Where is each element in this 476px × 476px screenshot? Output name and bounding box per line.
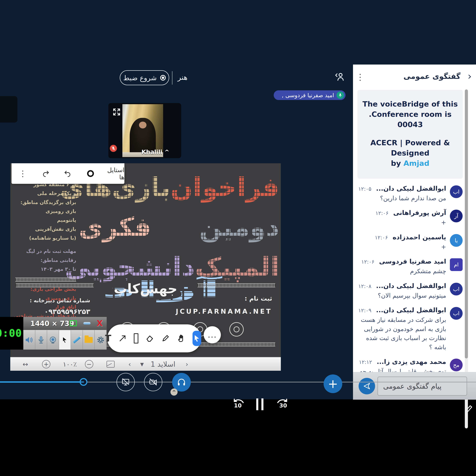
recorder-webcam-icon[interactable] [47,330,59,350]
whiteboard-styles-bar: ⋮ استایل ها [12,163,124,184]
message-author: ابوالفضل لبیکی دان... [376,306,446,314]
poster-headline-row: دومین فکری [79,214,279,240]
poster-register-url: JCUP.FARNAMA.NET [176,307,272,315]
poster-logo [229,322,244,337]
forward-30-button[interactable]: 30 [275,397,289,411]
arrow-tool-icon[interactable] [118,334,127,343]
recorder-toolbar [23,330,107,350]
whiteboard-toolbar: T [107,324,201,352]
poster-word-right: فراخوان [170,174,279,200]
recorder-timer-panel: 0:00 [0,317,23,350]
poster-word-right: المپیک [195,254,279,280]
mic-muted-icon [110,145,117,152]
eraser-tool-icon[interactable] [145,334,154,343]
recorder-folder-icon[interactable] [83,330,95,350]
message-time: ۱۲:۱۲ [359,359,372,365]
webcam-tile[interactable]: Khalili ^ [108,103,181,158]
message-time: ۱۲:۰۸ [358,283,372,289]
poster-side-line: برای برگزیدگان مناطق: [13,198,76,207]
actions-plus-button[interactable]: + [323,374,342,393]
chat-message: مح محمد مهدی یزدی زا... ۱۲:۱۲ توی بخش رق… [357,358,463,372]
rewind-10-button[interactable]: 10 [231,397,245,411]
talking-mic-icon [337,91,344,99]
chat-messages: The voiceBridge of this .Conference room… [357,88,463,372]
chat-collapse-icon[interactable]: › [468,65,472,88]
whiteboard-more-button[interactable]: ... [204,326,221,343]
poster-side-line: (با سناریو شاهنامه) [13,234,76,242]
avatar: آر [450,210,463,222]
pause-button[interactable] [256,398,266,410]
undo-icon[interactable] [57,170,79,178]
record-icon [160,75,166,81]
audio-options-chevron[interactable]: ^ [170,389,178,396]
chat-message: اب ابوالفضل لبیکی دان... ۱۲:۰۵ من صدا ند… [357,185,463,203]
top-divider [172,71,172,85]
chat-scrollbar-thumb[interactable] [465,89,468,358]
styles-label[interactable]: استایل ها [102,166,124,181]
message-author: محمد مهدی یزدی زا... [377,358,446,365]
poster-word-left: دانشجویی [65,254,195,280]
public-chat-panel: گفتگوی عمومی › ⋮ The voiceBridge of this… [353,65,476,400]
recorder-cursor-icon[interactable] [59,330,71,350]
recorder-microphone-icon[interactable] [35,330,47,350]
webcam-user-label[interactable]: Khalili ^ [141,149,169,155]
recorder-region-button[interactable] [68,318,78,328]
send-message-button[interactable] [358,378,375,394]
next-slide-button[interactable]: › [181,357,193,371]
message-time: ۱۲:۰۶ [361,259,374,265]
snapshot-icon[interactable] [103,357,118,371]
poster-register-block: ثبت نام : JCUP.FARNAMA.NET [176,295,272,315]
poster-word-right: دومین [199,214,279,240]
hand-tool-icon[interactable] [177,334,186,343]
participants-toggle-icon[interactable] [334,71,345,83]
fit-width-icon[interactable]: ↔ [18,357,32,371]
poster-headline-rows: فراخوان بازی‌های دومین فکری المپیک دانشج… [79,174,279,294]
fullscreen-icon[interactable] [112,107,121,117]
recorder-speaker-icon[interactable] [23,330,35,350]
chat-header: گفتگوی عمومی › ⋮ [353,65,476,88]
zoom-in-button[interactable]: + [39,357,53,371]
recorder-settings-icon[interactable] [95,330,107,350]
message-text: چشم متشکرم [357,267,446,276]
previous-slide-button[interactable]: ‹ [123,357,136,371]
chat-message: ام امید صفرنیا فردوسی ۱۲:۰۶ چشم متشکرم [357,258,463,276]
whiteboard-menu-icon[interactable]: ⋮ [12,169,34,178]
seekbar-progress[interactable] [0,381,84,383]
rectangle-tool-icon[interactable] [134,333,138,343]
chat-options-icon[interactable]: ⋮ [356,65,364,89]
recorder-close-button[interactable]: X [95,318,105,328]
cursor-tool-selected[interactable] [192,331,201,346]
message-author: ابوالفضل لبیکی دان... [376,185,446,192]
poster-side-line: پانتومیم [13,216,76,224]
message-text: میتونیم سوال بپرسیم الان؟ [357,291,446,300]
start-recording-button[interactable]: شروع ضبط [120,70,169,85]
chat-message: یا یاسمین احمدزاده ۱۲:۰۶ + [357,233,463,252]
recorder-pencil-icon[interactable] [71,330,83,350]
chat-welcome-message: The voiceBridge of this .Conference room… [358,90,463,179]
talking-indicator[interactable]: امید صفرنیا فردوسی , [274,90,345,100]
text-tool-icon[interactable]: T [105,333,111,344]
slide-selector[interactable]: اسلاید 1 [146,357,180,371]
chat-message: اب ابوالفضل لبیکی دان... ۱۲:۰۹ برای شرکت… [357,306,463,352]
zoom-level[interactable]: ۱۰۰٪ [60,357,80,371]
avatar: ام [450,258,463,271]
recorder-minimize-button[interactable] [82,318,92,328]
screenshare-button[interactable] [117,373,135,391]
zoom-out-button[interactable]: − [82,357,96,371]
camera-button[interactable] [144,373,162,391]
seekbar-knob[interactable] [80,378,87,386]
recorder-titlebar[interactable]: 1440 × 739 X [23,317,107,330]
message-text: + [357,218,446,227]
poster-phone-1: ۰۹۳۵۹۵۹۶۲۵۳ [17,307,90,316]
poster-side-line: و یک مرحله ملی [13,189,76,198]
pen-tool-icon[interactable] [161,334,170,343]
edit-pencil-icon[interactable] [463,402,473,415]
brand-link[interactable]: Amjad [403,159,429,168]
message-text: توی بخش رقابتی ارسال آثار به چه صورته ؟ … [357,367,446,372]
redo-icon[interactable] [34,170,57,178]
poster-contact-label: شماره تماس دبیرخانه : [17,297,90,304]
webcam-tile-partial[interactable] [0,96,17,122]
styles-circle-icon[interactable] [79,170,102,177]
presentation-toolbar: ↔ + ۱۰۰٪ − ‹ ▼ اسلاید 1 › [10,357,281,371]
chat-message-input[interactable]: پیام گفتگوی عمومی [377,377,467,396]
